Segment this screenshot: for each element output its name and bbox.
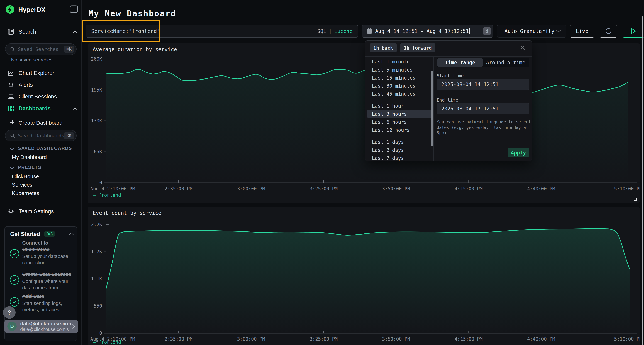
start-time-field[interactable]: 2025-08-04 14:12:51: [437, 79, 529, 90]
sidebar-item-dashboards[interactable]: Dashboards: [0, 104, 82, 114]
time-quick-list: Last 1 minuteLast 5 minutesLast 15 minut…: [367, 58, 431, 161]
chart-title: Average duration by service: [93, 46, 177, 52]
check-circle-icon: [10, 249, 19, 258]
run-query-button[interactable]: [622, 25, 644, 37]
chevron-up-icon[interactable]: [69, 232, 74, 235]
svg-text:3:50:00 PM: 3:50:00 PM: [382, 337, 410, 342]
svg-text:65K: 65K: [94, 149, 102, 154]
time-option-last-7-days[interactable]: Last 7 days: [367, 154, 431, 161]
help-button[interactable]: ?: [3, 306, 16, 319]
sidebar-collapse-button[interactable]: [70, 5, 78, 13]
divider: [434, 56, 434, 161]
live-button[interactable]: Live: [570, 25, 594, 37]
svg-text:3:25:00 PM: 3:25:00 PM: [310, 337, 338, 342]
close-icon[interactable]: [520, 45, 526, 51]
section-presets[interactable]: PRESETS: [10, 165, 78, 170]
preset-link-clickhouse[interactable]: ClickHouse: [12, 173, 39, 179]
create-dashboard-button[interactable]: Create Dashboard: [0, 118, 82, 127]
no-saved-searches-text: No saved searches: [11, 57, 52, 63]
search-icon: [10, 47, 15, 52]
chevron-right-icon: [72, 324, 75, 329]
lucene-mode-toggle[interactable]: Lucene: [334, 28, 352, 34]
user-email: dale@clickhouse.com: [20, 321, 72, 327]
sidebar-item-client-sessions[interactable]: Client Sessions: [0, 92, 82, 102]
shift-forward-button[interactable]: 1h forward: [400, 43, 436, 52]
sidebar-item-label: Team Settings: [18, 208, 54, 215]
svg-text:Aug 4 2:10:00 PM: Aug 4 2:10:00 PM: [90, 186, 135, 191]
search-icon: [10, 133, 15, 138]
chevron-down-icon: [10, 167, 14, 169]
get-started-step-desc: Configure where your data comes from: [22, 278, 74, 291]
bell-icon: [8, 82, 14, 88]
svg-text:2.2K: 2.2K: [91, 222, 102, 227]
dashboard-link-my-dashboard[interactable]: My Dashboard: [12, 154, 47, 160]
section-header: PRESETS: [18, 165, 41, 170]
time-option-last-5-minutes[interactable]: Last 5 minutes: [367, 66, 431, 74]
time-option-last-45-minutes[interactable]: Last 45 minutes: [367, 90, 431, 98]
svg-text:3:25:00 PM: 3:25:00 PM: [310, 186, 338, 191]
time-option-last-15-minutes[interactable]: Last 15 minutes: [367, 74, 431, 82]
get-started-step-title[interactable]: Add Data: [22, 293, 74, 300]
end-time-field[interactable]: 2025-08-04 17:12:51: [437, 103, 529, 114]
saved-searches-placeholder: Saved Searches: [18, 46, 64, 52]
time-option-last-2-days[interactable]: Last 2 days: [367, 146, 431, 154]
svg-text:195K: 195K: [91, 87, 102, 93]
apply-button[interactable]: Apply: [508, 148, 529, 157]
svg-text:3:00:00 PM: 3:00:00 PM: [237, 186, 265, 191]
chart-svg-1[interactable]: 05501.1K1.7K2.2KAug 4 2:10:00 PM2:35:00 …: [88, 207, 640, 345]
chevron-up-icon: [72, 30, 78, 33]
list-scrollbar[interactable]: [431, 71, 433, 146]
section-saved-dashboards[interactable]: SAVED DASHBOARDS: [10, 146, 78, 151]
svg-text:130K: 130K: [91, 118, 102, 123]
get-started-step-desc: Set up your database connection: [22, 253, 74, 266]
refresh-button[interactable]: [600, 25, 617, 37]
tab-time-range[interactable]: Time range: [438, 58, 483, 67]
get-started-step-title[interactable]: Create Data Sources: [22, 271, 74, 278]
sidebar-item-search[interactable]: Search: [0, 26, 82, 37]
time-range-input[interactable]: Aug 4 14:12:51 - Aug 4 17:12:51 d: [362, 25, 494, 37]
time-option-last-12-hours[interactable]: Last 12 hours: [367, 126, 431, 134]
sidebar-item-alerts[interactable]: Alerts: [0, 80, 82, 90]
panel-resize-handle[interactable]: [634, 198, 637, 201]
time-option-last-6-hours[interactable]: Last 6 hours: [367, 118, 431, 126]
calendar-icon: [367, 28, 372, 34]
svg-text:— frontend: — frontend: [93, 193, 121, 198]
sidebar-item-label: Chart Explorer: [18, 70, 54, 76]
svg-text:5:10:00 PM: 5:10:00 PM: [614, 186, 640, 191]
time-option-last-1-hour[interactable]: Last 1 hour: [367, 102, 431, 110]
sidebar-item-team-settings[interactable]: Team Settings: [0, 207, 82, 217]
saved-dashboards-input[interactable]: Saved Dashboards ⌘K: [5, 130, 76, 141]
svg-text:0: 0: [99, 180, 102, 185]
time-option-last-1-minute[interactable]: Last 1 minute: [367, 58, 431, 66]
tab-around-a-time[interactable]: Around a time: [483, 58, 528, 67]
svg-text:1.7K: 1.7K: [91, 249, 102, 254]
chevron-down-icon: [556, 30, 561, 32]
sidebar-item-chart-explorer[interactable]: Chart Explorer: [0, 68, 82, 78]
preset-link-services[interactable]: Services: [12, 182, 32, 188]
svg-text:4:15:00 PM: 4:15:00 PM: [454, 186, 483, 191]
svg-text:3:50:00 PM: 3:50:00 PM: [382, 186, 410, 191]
time-option-last-30-minutes[interactable]: Last 30 minutes: [367, 82, 431, 90]
get-started-title: Get Started: [10, 231, 40, 237]
sidebar-item-label: Client Sessions: [18, 93, 57, 100]
saved-searches-input[interactable]: Saved Searches ⌘K: [5, 43, 76, 55]
page-scrollbar[interactable]: [642, 16, 643, 345]
create-dashboard-label: Create Dashboard: [18, 120, 62, 126]
preset-link-kubernetes[interactable]: Kubernetes: [12, 190, 39, 196]
svg-text:550: 550: [94, 303, 102, 309]
granularity-select[interactable]: Auto Granularity: [497, 25, 566, 37]
end-time-label: End time: [437, 97, 458, 103]
shift-back-button[interactable]: 1h back: [370, 43, 396, 52]
sidebar-item-label: Alerts: [18, 82, 33, 88]
avatar: D: [7, 322, 17, 331]
sql-mode-toggle[interactable]: SQL: [317, 28, 326, 34]
get-started-step-title[interactable]: Connect to ClickHouse: [22, 240, 74, 253]
chart-svg-0[interactable]: 065K130K195K260KAug 4 2:10:00 PM2:35:00 …: [88, 43, 640, 203]
time-range-value: Aug 4 14:12:51 - Aug 4 17:12:51: [375, 28, 469, 34]
live-label: Live: [576, 28, 588, 34]
user-org: dale@clickhouse.com's: [20, 327, 72, 332]
time-option-last-1-days[interactable]: Last 1 days: [367, 138, 431, 146]
divider: [0, 115, 82, 115]
user-menu[interactable]: D dale@clickhouse.com dale@clickhouse.co…: [4, 320, 78, 333]
time-option-last-3-hours[interactable]: Last 3 hours: [367, 110, 431, 118]
